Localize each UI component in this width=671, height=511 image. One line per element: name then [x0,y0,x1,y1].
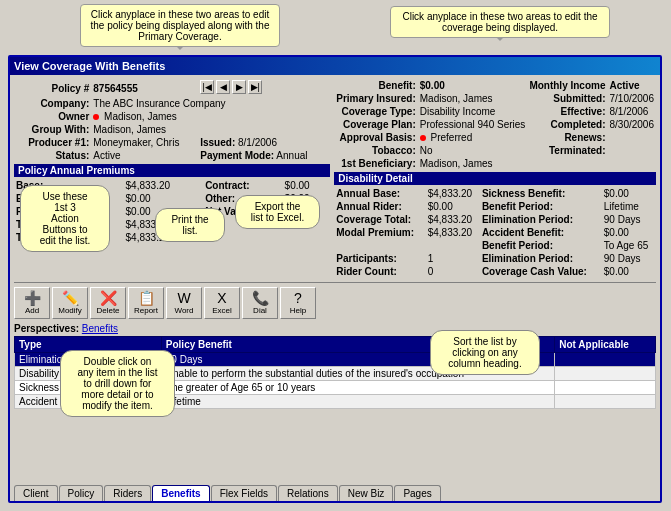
benefit-title-value: $0.00 [418,79,528,92]
contract-label: Contract: [203,179,282,192]
left-tooltip: Click anyplace in these two areas to edi… [80,4,280,47]
annual-base-value: $4,833.20 [426,187,480,200]
sickness-benefit-value: $0.00 [602,187,656,200]
effective-label: Effective: [527,105,607,118]
modify-button[interactable]: ✏️ Modify [52,287,88,319]
annual-rider-label: Annual Rider: [334,200,425,213]
terminated-value [608,144,657,157]
coverage-total-label: Coverage Total: [334,213,425,226]
help-icon: ? [294,291,302,305]
word-button[interactable]: W Word [166,287,202,319]
right-tooltip: Click anyplace in these two areas to edi… [390,6,610,38]
dial-button[interactable]: 📞 Dial [242,287,278,319]
effective-value: 8/1/2006 [608,105,657,118]
benefit-title-label: Benefit: [334,79,417,92]
company-value: The ABC Insurance Company [91,97,330,110]
elimination-period-value: 90 Days [602,213,656,226]
cell-na [555,367,656,381]
tab-client[interactable]: Client [14,485,58,501]
active-label: Active [608,79,657,92]
nav-prev[interactable]: ◀ [216,80,230,94]
beneficiary-label: 1st Beneficiary: [334,157,417,170]
premiums-title: Policy Annual Premiums [14,164,330,177]
elimination-period2-value: 90 Days [602,252,656,265]
report-icon: 📋 [138,291,155,305]
coverage-plan-value: Professional 940 Series [418,118,528,131]
status-value: Active [91,149,198,162]
right-panel[interactable]: Benefit: $0.00 Monthly Income Active Pri… [334,79,656,278]
excel-button[interactable]: X Excel [204,287,240,319]
coverage-plan-label: Coverage Plan: [334,118,417,131]
tobacco-label: Tobacco: [334,144,417,157]
issued-label: Issued: [200,137,235,148]
excess-value: $0.00 [124,192,204,205]
renews-value [608,131,657,144]
accident-benefit-value: $0.00 [602,226,656,239]
elimination-period-label: Elimination Period: [480,213,602,226]
group-label: Group With: [14,123,91,136]
double-click-tooltip: Double click onany item in the listto dr… [60,350,175,417]
base-value: $4,833.20 [124,179,204,192]
coverage-cash-label: Coverage Cash Value: [480,265,602,278]
delete-icon: ❌ [100,291,117,305]
tab-policy[interactable]: Policy [59,485,104,501]
coverage-cash-value: $0.00 [602,265,656,278]
terminated-label: Terminated: [527,144,607,157]
primary-insured-label: Primary Insured: [334,92,417,105]
tab-relations[interactable]: Relations [278,485,338,501]
producer-value: Moneymaker, Chris [91,136,198,149]
contract-value: $0.00 [283,179,331,192]
help-button[interactable]: ? Help [280,287,316,319]
disability-title: Disability Detail [334,172,656,185]
benefit-period-label: Benefit Period: [480,200,602,213]
rider-count-label: Rider Count: [334,265,425,278]
tab-pages[interactable]: Pages [394,485,440,501]
tab-benefits[interactable]: Benefits [152,485,209,501]
accident-benefit-label: Accident Benefit: [480,226,602,239]
cell-na [555,395,656,409]
tab-riders[interactable]: Riders [104,485,151,501]
elimination-period2-label: Elimination Period: [480,252,602,265]
col-na[interactable]: Not Applicable [555,337,656,353]
main-window: View Coverage With Benefits Policy # 875… [8,55,662,503]
submitted-label: Submitted: [527,92,607,105]
nav-last[interactable]: ▶| [248,80,262,94]
coverage-total-value: $4,833.20 [426,213,480,226]
nav-next[interactable]: ▶ [232,80,246,94]
owner-value: Madison, James [104,111,177,122]
modal-premium-label: Modal Premium: [334,226,425,239]
payment-value: Annual [276,150,307,161]
policy-number-value: 87564555 [91,79,198,97]
excel-icon: X [217,291,226,305]
cell-benefit: The greater of Age 65 or 10 years [161,381,554,395]
tab-flex-fields[interactable]: Flex Fields [211,485,277,501]
issued-value: 8/1/2006 [238,137,277,148]
approval-label: Approval Basis: [334,131,417,144]
report-button[interactable]: 📋 Report [128,287,164,319]
modal-premium-value: $4,833.20 [426,226,480,239]
delete-button[interactable]: ❌ Delete [90,287,126,319]
word-icon: W [177,291,190,305]
action-buttons-tooltip: Use these1st 3ActionButtons toedit the l… [20,185,110,252]
owner-label: Owner [14,110,91,123]
annual-rider-value: $0.00 [426,200,480,213]
benefit-period-value: Lifetime [602,200,656,213]
window-title: View Coverage With Benefits [14,60,165,72]
add-icon: ➕ [24,291,41,305]
sort-tooltip: Sort the list byclicking on anycolumn he… [430,330,540,375]
export-tooltip: Export thelist to Excel. [235,195,320,229]
nav-first[interactable]: |◀ [200,80,214,94]
cell-benefit: Lifetime [161,395,554,409]
add-button[interactable]: ➕ Add [14,287,50,319]
print-tooltip: Print thelist. [155,208,225,242]
cell-na [555,381,656,395]
tab-new-biz[interactable]: New Biz [339,485,394,501]
perspectives-link[interactable]: Benefits [82,323,118,334]
group-value: Madison, James [91,123,330,136]
modify-icon: ✏️ [62,291,79,305]
beneficiary-value: Madison, James [418,157,656,170]
dial-icon: 📞 [252,291,269,305]
tobacco-value: No [418,144,528,157]
perspectives-label: Perspectives: [14,323,79,334]
participants-label: Participants: [334,252,425,265]
